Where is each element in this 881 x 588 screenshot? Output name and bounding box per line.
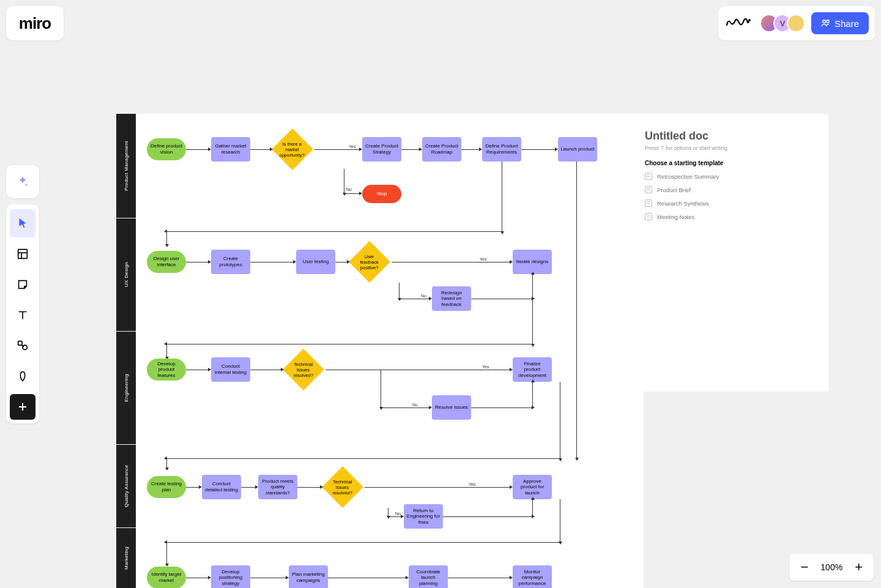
pm-decision[interactable]: Is there a market opportunity? xyxy=(272,128,313,170)
zoom-level[interactable]: 100% xyxy=(820,562,842,572)
sticky-icon xyxy=(16,278,29,291)
more-tools[interactable] xyxy=(10,394,35,420)
qa-return[interactable]: Return to Engineering for fixes xyxy=(404,504,443,529)
pm-launch[interactable]: Launch product xyxy=(558,137,597,162)
doc-subtitle: Press '/' for options or start writing xyxy=(645,145,815,151)
toolbar xyxy=(6,204,39,423)
eng-resolve[interactable]: Resolve issues xyxy=(432,395,471,420)
avatar[interactable] xyxy=(787,14,805,32)
ai-button[interactable] xyxy=(6,165,39,198)
template-item[interactable]: Meeting Notes xyxy=(645,213,815,220)
pm-stop[interactable]: Stop xyxy=(362,185,401,203)
doc-icon xyxy=(645,213,652,220)
lane-eng-header[interactable]: Engineering xyxy=(116,332,136,444)
doc-panel[interactable]: Untitled doc Press '/' for options or st… xyxy=(631,114,828,392)
ux-decision[interactable]: User feedback positive? xyxy=(349,241,390,283)
qa-decision[interactable]: Technical issues resolved? xyxy=(322,466,363,508)
sticky-tool[interactable] xyxy=(10,270,35,299)
ux-test[interactable]: User testing xyxy=(296,250,335,274)
lane-mkt-header[interactable]: Marketing xyxy=(116,528,136,588)
zoom-in-button[interactable]: + xyxy=(855,559,863,575)
swimlane-headers: Product Management UX Design Engineering… xyxy=(116,114,136,588)
template-tool[interactable] xyxy=(10,240,35,268)
template-item[interactable]: Research Synthesis xyxy=(645,199,815,207)
shapes-tool[interactable] xyxy=(10,332,35,360)
flowchart-canvas[interactable]: Define product vision Gather market rese… xyxy=(136,114,644,588)
share-button[interactable]: Share xyxy=(811,12,869,34)
svg-point-0 xyxy=(823,20,825,23)
qa-test[interactable]: Conduct detailed testing xyxy=(202,475,241,499)
mkt-pos[interactable]: Develop positioning strategy xyxy=(211,565,250,588)
plus-icon xyxy=(18,402,28,412)
doc-title[interactable]: Untitled doc xyxy=(645,130,815,143)
text-icon xyxy=(16,308,29,322)
lane-pm-header[interactable]: Product Management xyxy=(116,114,136,218)
pm-research[interactable]: Gather market research xyxy=(211,137,250,162)
shapes-icon xyxy=(16,339,29,352)
ux-start[interactable]: Design user interface xyxy=(147,251,186,273)
qa-standards[interactable]: Product meets quality standards? xyxy=(258,475,297,499)
qa-approve[interactable]: Approve product for launch xyxy=(513,475,552,499)
pm-start[interactable]: Define product vision xyxy=(147,138,186,160)
collaborator-avatars[interactable]: V xyxy=(760,14,805,32)
pen-icon xyxy=(16,370,29,383)
pm-req[interactable]: Define Product Requirements xyxy=(482,137,521,162)
svg-rect-2 xyxy=(18,250,28,259)
mkt-coord[interactable]: Coordinate launch planning xyxy=(409,565,448,588)
ux-redesign[interactable]: Redesign based on feedback xyxy=(432,286,471,311)
lane-qa-header[interactable]: Quality Assurance xyxy=(116,445,136,527)
people-icon xyxy=(821,18,831,28)
svg-point-1 xyxy=(827,20,829,23)
svg-rect-5 xyxy=(18,341,22,345)
select-tool[interactable] xyxy=(10,209,35,237)
mkt-start[interactable]: Identify target market xyxy=(147,567,186,588)
template-icon xyxy=(16,247,29,261)
eng-finalize[interactable]: Finalize product development xyxy=(513,357,552,382)
template-heading: Choose a starting template xyxy=(645,160,815,166)
zoom-out-button[interactable]: − xyxy=(800,559,808,575)
template-item[interactable]: Product Brief xyxy=(645,186,815,193)
qa-start[interactable]: Create testing plan xyxy=(147,476,186,498)
lane-ux-header[interactable]: UX Design xyxy=(116,218,136,331)
pm-strategy[interactable]: Create Product Strategy xyxy=(362,137,401,162)
pm-roadmap[interactable]: Create Product Roadmap xyxy=(422,137,461,162)
ux-iterate[interactable]: Iterate designs xyxy=(513,250,552,274)
sparkle-icon xyxy=(15,174,30,189)
template-item[interactable]: Retrospective Summary xyxy=(645,173,815,180)
mkt-plan[interactable]: Plan marketing campaigns xyxy=(289,565,328,588)
doc-icon xyxy=(645,173,652,180)
cursor-icon xyxy=(16,217,29,230)
zoom-controls: − 100% + xyxy=(789,554,874,581)
text-tool[interactable] xyxy=(10,301,35,329)
pen-tool[interactable] xyxy=(10,362,35,390)
doc-icon xyxy=(645,186,652,193)
header-controls: V Share xyxy=(718,6,875,40)
ux-proto[interactable]: Create prototypes xyxy=(211,250,250,274)
eng-start[interactable]: Develop product features xyxy=(147,359,186,381)
eng-test[interactable]: Conduct internal testing xyxy=(211,357,250,382)
reactions-icon[interactable] xyxy=(724,14,754,32)
doc-icon xyxy=(645,199,652,207)
mkt-monitor[interactable]: Monitor campaign performance xyxy=(513,565,552,588)
eng-decision[interactable]: Technical issues resolved? xyxy=(283,349,324,390)
logo-text: miro xyxy=(19,14,51,33)
logo[interactable]: miro xyxy=(6,6,64,40)
